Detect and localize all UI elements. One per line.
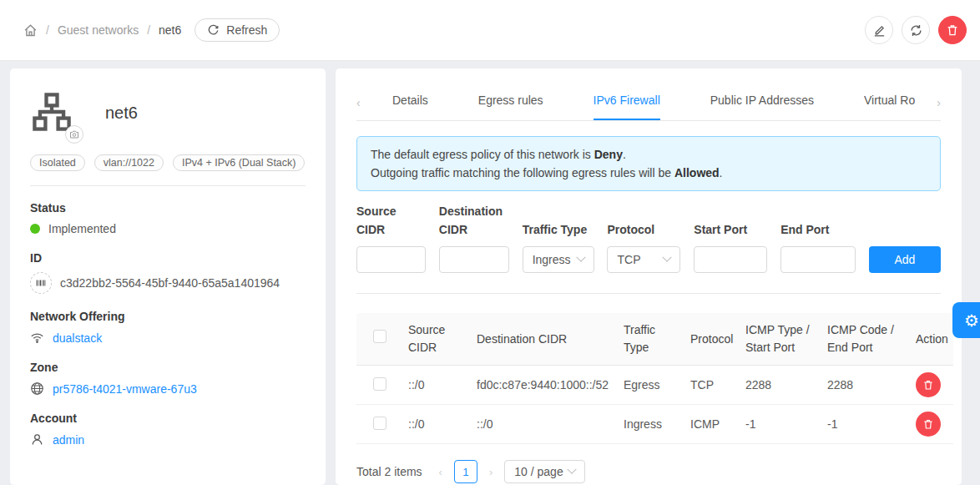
user-icon xyxy=(30,432,44,447)
tab-egress-rules[interactable]: Egress rules xyxy=(478,84,543,120)
row-checkbox[interactable] xyxy=(373,417,386,430)
col-protocol: Protocol xyxy=(684,313,739,366)
pagination: Total 2 items ‹ 1 › 10 / page xyxy=(356,460,941,483)
breadcrumb-guest-networks[interactable]: Guest networks xyxy=(58,23,139,37)
resource-tags: Isolated vlan://1022 IPv4 + IPv6 (Dual S… xyxy=(30,154,306,171)
table-settings-button[interactable]: ⚙ xyxy=(952,302,980,338)
col-source-cidr: Source CIDR xyxy=(402,313,470,366)
select-all-checkbox[interactable] xyxy=(373,330,386,343)
trash-icon xyxy=(922,418,934,430)
pagination-page-1[interactable]: 1 xyxy=(454,460,477,483)
page-size-select[interactable]: 10 / page xyxy=(504,460,584,483)
cell-protocol: TCP xyxy=(684,366,739,405)
alert-line-2: Outgoing traffic matching the following … xyxy=(371,164,927,182)
traffic-type-value: Ingress xyxy=(533,253,571,266)
cell-source-cidr: ::/0 xyxy=(402,405,470,444)
restart-sync-icon xyxy=(909,23,923,38)
reload-icon xyxy=(207,24,220,37)
row-checkbox[interactable] xyxy=(373,377,386,391)
traffic-type-label: Traffic Type xyxy=(523,220,594,239)
tab-ipv6-firewall[interactable]: IPv6 Firewall xyxy=(594,84,660,120)
firewall-rules-table: Source CIDR Destination CIDR Traffic Typ… xyxy=(356,313,953,444)
col-icmp-type-start-port: ICMP Type / Start Port xyxy=(739,313,821,366)
trash-icon xyxy=(946,23,959,37)
cell-icmp-type-start-port: -1 xyxy=(739,405,821,444)
id-section: ID c3d22bb2-5564-45bf-9440-65a5a1401964 xyxy=(30,251,306,294)
protocol-value: TCP xyxy=(617,253,640,266)
chevron-down-icon xyxy=(663,253,672,262)
delete-rule-button[interactable] xyxy=(916,412,941,437)
account-section: Account admin xyxy=(30,412,306,447)
refresh-label: Refresh xyxy=(226,23,267,37)
protocol-select[interactable]: TCP xyxy=(607,246,680,273)
network-offering-section: Network Offering dualstack xyxy=(30,310,306,345)
add-button[interactable]: Add xyxy=(869,246,941,273)
pagination-next-icon[interactable]: › xyxy=(489,466,493,478)
globe-icon xyxy=(30,381,44,396)
col-destination-cidr: Destination CIDR xyxy=(470,313,617,366)
account-link[interactable]: admin xyxy=(53,433,84,447)
breadcrumb-separator: / xyxy=(46,23,49,37)
gear-icon: ⚙ xyxy=(964,311,979,331)
chevron-down-icon xyxy=(576,253,585,262)
home-icon[interactable] xyxy=(23,23,38,38)
tabs-scroll-right-icon[interactable]: › xyxy=(927,84,941,120)
pagination-prev-icon[interactable]: ‹ xyxy=(439,466,442,478)
topbar-actions xyxy=(865,16,967,44)
cell-destination-cidr: ::/0 xyxy=(470,405,617,444)
camera-icon[interactable] xyxy=(65,125,83,144)
tab-public-ip-addresses[interactable]: Public IP Addresses xyxy=(710,84,814,120)
status-value: Implemented xyxy=(48,222,116,235)
tab-bar: ‹ Details Egress rules IPv6 Firewall Pub… xyxy=(356,84,941,121)
tab-details[interactable]: Details xyxy=(392,84,428,120)
page-size-value: 10 / page xyxy=(514,465,563,478)
zone-link[interactable]: pr5786-t4021-vmware-67u3 xyxy=(53,382,197,396)
detail-card: ‹ Details Egress rules IPv6 Firewall Pub… xyxy=(336,68,962,485)
col-icmp-code-end-port: ICMP Code / End Port xyxy=(821,313,909,366)
destination-cidr-label: Destination CIDR xyxy=(439,202,509,239)
source-cidr-input[interactable] xyxy=(356,246,426,273)
table-header-row: Source CIDR Destination CIDR Traffic Typ… xyxy=(356,313,953,366)
resource-title: net6 xyxy=(105,104,138,123)
edit-pencil-icon xyxy=(872,23,887,38)
status-label: Status xyxy=(30,201,306,215)
tag-vlan: vlan://1022 xyxy=(94,154,164,171)
chevron-down-icon xyxy=(567,465,576,474)
pagination-total: Total 2 items xyxy=(356,465,422,478)
destination-cidr-input[interactable] xyxy=(439,246,509,273)
col-action: Action xyxy=(909,313,953,366)
edit-button[interactable] xyxy=(865,16,893,44)
breadcrumb: / Guest networks / net6 Refresh xyxy=(23,18,280,42)
zone-section: Zone pr5786-t4021-vmware-67u3 xyxy=(30,361,306,396)
account-label: Account xyxy=(30,412,306,425)
delete-button[interactable] xyxy=(938,16,967,44)
cell-icmp-type-start-port: 2288 xyxy=(739,366,821,405)
network-offering-label: Network Offering xyxy=(30,310,306,323)
network-offering-link[interactable]: dualstack xyxy=(53,331,102,345)
id-label: ID xyxy=(30,251,306,265)
divider xyxy=(356,293,941,294)
alert-line-1: The default egress policy of this networ… xyxy=(371,145,927,164)
egress-policy-alert: The default egress policy of this networ… xyxy=(356,136,941,191)
tab-virtual-routers[interactable]: Virtual Ro xyxy=(864,84,915,120)
delete-rule-button[interactable] xyxy=(916,372,941,397)
wifi-icon xyxy=(30,331,44,345)
divider xyxy=(30,185,306,186)
network-icon xyxy=(30,90,73,134)
end-port-label: End Port xyxy=(780,220,856,239)
status-section: Status Implemented xyxy=(30,201,306,235)
cell-source-cidr: ::/0 xyxy=(402,366,470,405)
protocol-label: Protocol xyxy=(607,220,680,239)
status-dot xyxy=(30,224,40,234)
start-port-input[interactable] xyxy=(694,246,767,273)
restart-button[interactable] xyxy=(902,16,930,44)
traffic-type-select[interactable]: Ingress xyxy=(523,246,594,273)
refresh-button[interactable]: Refresh xyxy=(194,18,280,42)
cell-destination-cidr: fd0c:c87e:9440:1000::/52 xyxy=(470,366,617,405)
cell-icmp-code-end-port: 2288 xyxy=(821,366,909,405)
topbar: / Guest networks / net6 Refresh xyxy=(0,0,980,61)
table-row: ::/0 ::/0 Ingress ICMP -1 -1 xyxy=(356,405,953,444)
col-traffic-type: Traffic Type xyxy=(617,313,684,366)
tabs-scroll-left-icon[interactable]: ‹ xyxy=(356,84,370,120)
end-port-input[interactable] xyxy=(780,246,856,273)
